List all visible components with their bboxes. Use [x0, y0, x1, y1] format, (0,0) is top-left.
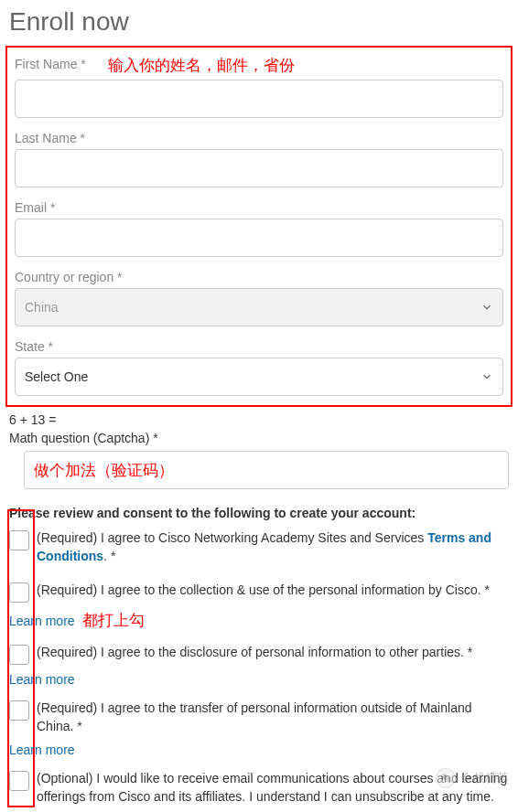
consent-item: (Optional) I would like to receive email… [9, 770, 509, 806]
consent-checkbox-1[interactable] [9, 582, 29, 603]
email-label: Email * [15, 200, 503, 215]
captcha-input[interactable] [24, 451, 509, 489]
learn-more-link-2[interactable]: Learn more [9, 672, 509, 687]
consent-heading: Please review and consent to the followi… [0, 489, 518, 529]
consent-item: (Required) I agree to the disclosure of … [9, 644, 509, 665]
captcha-label: Math question (Captcha) * [9, 431, 509, 445]
state-value: Select One [25, 369, 88, 384]
first-name-input[interactable] [15, 80, 503, 118]
country-value: China [25, 300, 59, 315]
learn-more-link-1[interactable]: Learn more [9, 614, 75, 628]
page-title: Enroll now [0, 0, 518, 46]
svg-point-1 [445, 776, 450, 782]
consent-checkbox-4[interactable] [9, 771, 29, 791]
country-label: Country or region * [15, 270, 503, 284]
learn-more-link-3[interactable]: Learn more [9, 743, 509, 757]
consent-text-1: (Required) I agree to the collection & u… [37, 582, 490, 600]
chevron-down-icon [480, 370, 493, 383]
watermark: 全栈精英 [436, 768, 509, 788]
consent-checkbox-3[interactable] [9, 700, 29, 721]
email-input[interactable] [15, 219, 503, 257]
country-select: China [15, 288, 503, 326]
annotation-name-hint: 输入你的姓名，邮件，省份 [108, 55, 295, 76]
first-name-label: First Name * [15, 57, 86, 71]
consent-checkbox-2[interactable] [9, 645, 29, 665]
consent-text-0: (Required) I agree to Cisco Networking A… [37, 529, 509, 565]
consent-item: (Required) I agree to Cisco Networking A… [9, 529, 509, 565]
last-name-input[interactable] [15, 149, 503, 187]
watermark-text: 全栈精英 [461, 770, 509, 786]
annotation-check-hint: 都打上勾 [82, 610, 145, 631]
consent-list: (Required) I agree to Cisco Networking A… [0, 529, 518, 807]
chevron-down-icon [480, 301, 493, 314]
consent-checkbox-0[interactable] [9, 530, 29, 550]
form-annotation-box: First Name * 输入你的姓名，邮件，省份 Last Name * Em… [5, 46, 513, 407]
consent-text-2: (Required) I agree to the disclosure of … [37, 644, 472, 662]
consent-text-3: (Required) I agree to the transfer of pe… [37, 700, 509, 735]
state-select[interactable]: Select One [15, 358, 503, 396]
consent-item: (Required) I agree to the transfer of pe… [9, 700, 509, 735]
wechat-icon [436, 768, 456, 788]
state-label: State * [15, 339, 503, 354]
last-name-label: Last Name * [15, 131, 503, 145]
captcha-section: 6 + 13 = Math question (Captcha) * [0, 407, 518, 489]
consent-item: (Required) I agree to the collection & u… [9, 582, 509, 603]
captcha-question: 6 + 13 = [9, 412, 509, 427]
